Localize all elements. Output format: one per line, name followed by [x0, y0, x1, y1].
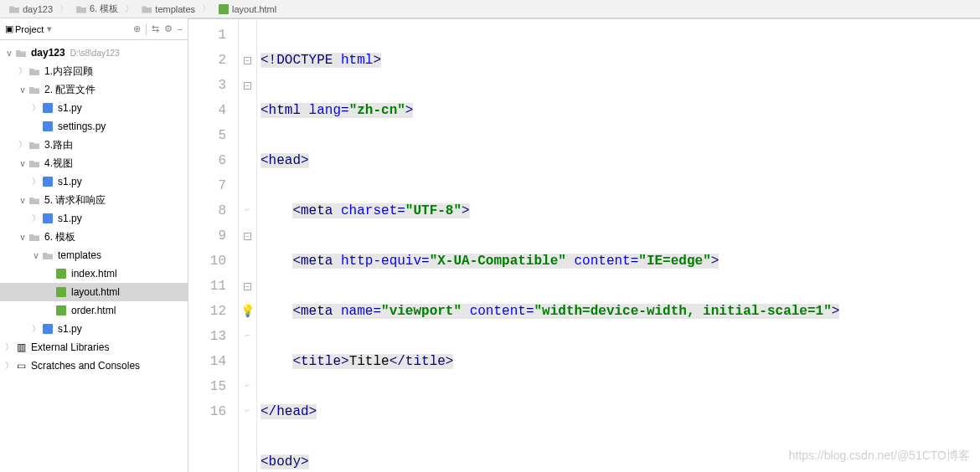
tree-item[interactable]: vtemplates	[0, 246, 188, 264]
folder-icon	[8, 3, 20, 15]
scratch-icon: ▭	[15, 360, 27, 372]
line-number: 6	[188, 148, 226, 173]
fold-marker[interactable]: −	[244, 233, 251, 240]
tree-root[interactable]: v day123 D:\s8\day123	[0, 44, 188, 62]
tree-item[interactable]: v2. 配置文件	[0, 80, 188, 99]
line-number: 12	[188, 299, 226, 324]
library-icon: ▥	[15, 341, 27, 353]
py-icon	[42, 176, 54, 187]
folder-icon	[42, 249, 54, 261]
line-number: 14	[188, 349, 226, 374]
line-number: 1	[188, 23, 226, 48]
line-number: 11	[188, 274, 226, 299]
code-content[interactable]: <!DOCTYPE html> <html lang="zh-cn"> <hea…	[257, 19, 980, 472]
line-gutter: 12345678910111213141516	[188, 19, 239, 472]
tree-item[interactable]: layout.html	[0, 283, 188, 301]
line-number: 15	[188, 374, 226, 399]
tree-item[interactable]: 〉s1.py	[0, 320, 188, 338]
tree-item[interactable]: v4.视图	[0, 154, 188, 172]
folder-icon	[28, 65, 40, 77]
breadcrumb-item[interactable]: 6. 模板	[70, 3, 123, 15]
folder-icon	[28, 194, 40, 206]
tree-item[interactable]: v5. 请求和响应	[0, 191, 188, 209]
line-number: 4	[188, 98, 226, 123]
external-libraries[interactable]: 〉▥ External Libraries	[0, 338, 188, 357]
main-area: ▣ Project ▾ ⊕ ⇆ ⚙ − v day123 D:\s8\day12…	[0, 18, 980, 472]
code-editor[interactable]: 12345678910111213141516 − − ⌐ − − 💡 ⌐ ⌐ …	[188, 19, 980, 472]
chevron-right-icon: 〉	[58, 3, 70, 15]
py-icon	[42, 102, 54, 114]
bulb-icon[interactable]: 💡	[240, 299, 255, 324]
line-number: 7	[188, 173, 226, 198]
line-number: 8	[188, 198, 226, 223]
tree-item[interactable]: 〉s1.py	[0, 172, 188, 191]
tree-item[interactable]: order.html	[0, 301, 188, 320]
tree-item[interactable]: 〉s1.py	[0, 99, 188, 117]
tree-root-path: D:\s8\day123	[70, 49, 120, 58]
target-icon[interactable]: ⊕	[133, 23, 141, 34]
html-icon	[55, 268, 67, 280]
project-sidebar: ▣ Project ▾ ⊕ ⇆ ⚙ − v day123 D:\s8\day12…	[0, 18, 188, 472]
fold-column: − − ⌐ − − 💡 ⌐ ⌐ ⌐	[239, 19, 257, 472]
line-number: 5	[188, 123, 226, 148]
tree-item[interactable]: 〉3.路由	[0, 136, 188, 154]
fold-marker[interactable]: −	[244, 82, 251, 90]
breadcrumb-item[interactable]: layout.html	[213, 3, 281, 15]
py-icon	[42, 121, 54, 132]
line-number: 2	[188, 48, 226, 73]
html-icon	[55, 305, 67, 316]
line-number: 16	[188, 399, 226, 424]
hide-icon[interactable]: −	[178, 24, 183, 34]
breadcrumb-bar: day123 〉 6. 模板 〉 templates 〉 layout.html	[0, 0, 980, 18]
line-number: 10	[188, 249, 226, 274]
chevron-right-icon: 〉	[200, 3, 213, 15]
breadcrumb-item[interactable]: day123	[3, 3, 58, 15]
editor-area: s6.py×装饰器作业.py×4.视图\s1.py×2. 配置文件\s1.py×…	[188, 18, 980, 472]
folder-icon	[28, 84, 40, 95]
tree-item[interactable]: 〉1.内容回顾	[0, 62, 188, 80]
breadcrumb-item[interactable]: templates	[136, 3, 200, 15]
tree-item[interactable]: index.html	[0, 264, 188, 283]
fold-marker[interactable]: −	[244, 283, 251, 290]
project-title: Project	[15, 24, 44, 34]
folder-icon	[75, 3, 87, 15]
gear-icon[interactable]: ⚙	[164, 23, 173, 34]
chevron-right-icon: 〉	[123, 3, 136, 15]
folder-icon	[141, 3, 152, 15]
folder-icon	[28, 157, 40, 169]
project-header[interactable]: ▣ Project ▾ ⊕ ⇆ ⚙ −	[0, 18, 188, 40]
tree-item[interactable]: 〉s1.py	[0, 209, 188, 228]
folder-icon	[28, 231, 40, 243]
line-number: 3	[188, 73, 226, 98]
html-icon	[218, 3, 230, 15]
tree-root-name: day123	[31, 47, 65, 59]
tree-item[interactable]: settings.py	[0, 117, 188, 136]
line-number: 9	[188, 223, 226, 249]
fold-marker[interactable]: −	[244, 57, 251, 64]
tree-item[interactable]: v6. 模板	[0, 228, 188, 246]
py-icon	[42, 213, 54, 224]
scratches-consoles[interactable]: 〉▭ Scratches and Consoles	[0, 357, 188, 375]
folder-icon	[28, 139, 40, 151]
line-number: 13	[188, 324, 226, 349]
py-icon	[42, 323, 54, 335]
html-icon	[55, 286, 67, 298]
collapse-icon[interactable]: ⇆	[152, 23, 159, 34]
project-tree[interactable]: v day123 D:\s8\day123 〉1.内容回顾v2. 配置文件〉s1…	[0, 40, 188, 378]
